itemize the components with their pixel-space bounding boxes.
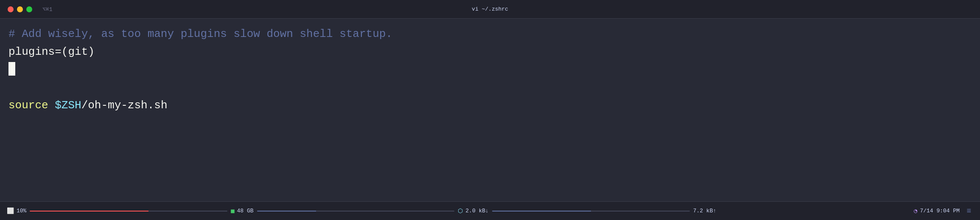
net-down-value: 2.0 kB↓ <box>465 208 489 214</box>
minimize-button[interactable] <box>17 6 23 12</box>
cpu-value: 10% <box>17 208 26 214</box>
maximize-button[interactable] <box>26 6 32 12</box>
statusbar: ⬜ 10% ▦ 48 GB ⬡ 2.0 kB↓ 7.2 kB↑ ◔ 7/14 9… <box>0 201 980 220</box>
editor-line-1: # Add wisely, as too many plugins slow d… <box>8 25 972 43</box>
cpu-divider <box>30 211 227 212</box>
cursor <box>8 62 15 76</box>
comment-text: # Add wisely, as too many plugins slow d… <box>8 25 392 43</box>
ram-value: 48 GB <box>237 208 254 214</box>
time-value: 7/14 9:04 PM <box>920 208 960 214</box>
plugins-line: plugins=(git) <box>8 43 95 61</box>
scroll-indicator-icon: ≡ <box>967 207 972 215</box>
editor-line-2: plugins=(git) <box>8 43 972 61</box>
close-button[interactable] <box>8 6 14 12</box>
cpu-status: ⬜ 10% <box>7 207 26 214</box>
editor-line-5: source $ZSH /oh-my-zsh.sh <box>8 97 972 115</box>
cpu-icon: ⬜ <box>7 207 14 214</box>
net-down-icon: ⬡ <box>458 207 463 214</box>
titlebar: ⌥⌘1 vi ~/.zshrc <box>0 0 980 19</box>
clock-status: ◔ 7/14 9:04 PM <box>914 207 960 214</box>
editor-line-4 <box>8 79 972 97</box>
zsh-variable: $ZSH <box>55 97 81 115</box>
editor-line-3 <box>8 61 972 79</box>
keyboard-shortcut: ⌥⌘1 <box>42 6 52 13</box>
source-keyword: source <box>8 97 48 115</box>
ram-icon: ▦ <box>231 207 234 214</box>
ram-divider <box>257 211 455 212</box>
path-text: /oh-my-zsh.sh <box>81 97 168 115</box>
window-title: vi ~/.zshrc <box>472 6 508 12</box>
traffic-lights <box>8 6 32 12</box>
net-up-status: 7.2 kB↑ <box>693 208 717 214</box>
net-up-value: 7.2 kB↑ <box>693 208 717 214</box>
editor-area[interactable]: # Add wisely, as too many plugins slow d… <box>0 19 980 201</box>
net-down-status: ⬡ 2.0 kB↓ <box>458 207 489 214</box>
net-divider <box>492 211 690 212</box>
clock-icon: ◔ <box>914 207 917 214</box>
ram-status: ▦ 48 GB <box>231 207 253 214</box>
